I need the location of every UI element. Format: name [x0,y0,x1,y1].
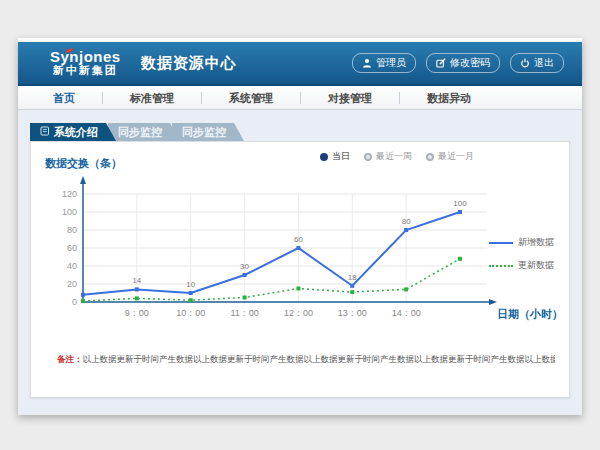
edit-icon [436,58,446,68]
svg-text:40: 40 [67,261,77,271]
content-area: 系统介绍 同步监控 同步监控 当日 最近一周 [18,110,582,413]
radio-label: 最近一月 [438,150,474,163]
radio-label: 最近一周 [376,150,412,163]
tab-label: 同步监控 [182,125,226,140]
legend-new-data[interactable]: 新增数据 [489,236,563,249]
admin-user-label: 管理员 [376,56,406,70]
svg-text:20: 20 [67,279,77,289]
legend-label: 更新数据 [518,259,554,272]
footnote-prefix: 备注： [57,354,83,364]
green-dotted-line-icon [489,265,513,267]
y-axis-title: 数据交换（条） [45,156,122,171]
nav-item-system-mgmt[interactable]: 系统管理 [202,86,300,110]
svg-text:60: 60 [67,243,77,253]
admin-user-button[interactable]: 管理员 [352,53,416,73]
radio-unselected-icon [364,153,372,161]
logo-subtext: 新中新集团 [53,65,118,77]
blue-line-icon [489,242,513,244]
radio-selected-icon [320,153,328,161]
svg-text:80: 80 [67,225,77,235]
nav-item-interface-mgmt[interactable]: 对接管理 [301,86,399,110]
svg-text:60: 60 [294,235,303,244]
svg-text:14: 14 [132,276,141,285]
footnote: 备注：以上数据更新于时间产生数据以上数据更新于时间产生数据以上数据更新于时间产生… [57,354,555,366]
footnote-text: 以上数据更新于时间产生数据以上数据更新于时间产生数据以上数据更新于时间产生数据以… [83,354,556,364]
change-password-button[interactable]: 修改密码 [426,53,500,73]
main-nav: 首页 标准管理 系统管理 对接管理 数据异动 [18,86,582,110]
tab-label: 系统介绍 [54,125,98,140]
page-title: 数据资源中心 [141,54,237,73]
change-password-label: 修改密码 [450,56,490,70]
svg-text:120: 120 [62,189,77,199]
logo: Synjones 新中新集团 [50,49,121,76]
svg-text:10：00: 10：00 [176,308,205,318]
power-icon [520,58,530,68]
tab-sync-monitor-1[interactable]: 同步监控 [108,123,180,141]
svg-text:0: 0 [72,297,77,307]
radio-label: 当日 [332,150,350,163]
svg-text:80: 80 [402,217,411,226]
svg-text:100: 100 [62,207,77,217]
tab-system-intro[interactable]: 系统介绍 [30,123,116,141]
logout-button[interactable]: 退出 [510,53,564,73]
tab-sync-monitor-2[interactable]: 同步监控 [172,123,244,141]
chart-legend: 新增数据 更新数据 [489,236,563,272]
document-icon [40,126,50,138]
svg-text:14：00: 14：00 [392,308,421,318]
nav-item-standard-mgmt[interactable]: 标准管理 [103,86,201,110]
svg-text:12：00: 12：00 [284,308,313,318]
svg-text:30: 30 [240,262,249,271]
legend-updated-data[interactable]: 更新数据 [489,259,563,272]
logout-label: 退出 [534,56,554,70]
svg-text:日期（小时）: 日期（小时） [497,308,563,321]
svg-text:18: 18 [348,273,357,282]
svg-text:10: 10 [186,280,195,289]
radio-unselected-icon [426,153,434,161]
tab-label: 同步监控 [118,125,162,140]
time-range-filter: 当日 最近一周 最近一月 [320,150,474,163]
app-window: Synjones 新中新集团 数据资源中心 管理员 修改密码 [18,38,582,415]
app-header: Synjones 新中新集团 数据资源中心 管理员 修改密码 [18,42,582,86]
nav-item-home[interactable]: 首页 [26,86,102,110]
radio-last-month[interactable]: 最近一月 [426,150,474,163]
svg-text:11：00: 11：00 [230,308,258,318]
radio-today[interactable]: 当日 [320,150,350,163]
svg-text:9：00: 9：00 [125,308,149,318]
header-actions: 管理员 修改密码 退出 [352,53,564,73]
nav-item-data-change[interactable]: 数据异动 [400,86,498,110]
chart-panel: 当日 最近一周 最近一月 数据交换（条） 0204060801001209：00… [30,141,570,398]
legend-label: 新增数据 [518,236,554,249]
svg-text:100: 100 [453,199,467,208]
tab-bar: 系统介绍 同步监控 同步监控 [30,123,236,141]
svg-text:13：00: 13：00 [338,308,367,318]
radio-last-week[interactable]: 最近一周 [364,150,412,163]
logo-text: Synjones [50,49,121,65]
user-icon [362,58,372,68]
